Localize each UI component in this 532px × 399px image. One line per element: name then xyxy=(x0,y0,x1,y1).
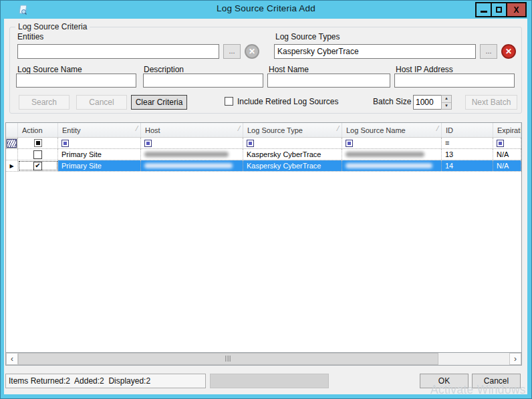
status-summary: Items Returned:2 Added:2 Displayed:2 xyxy=(5,374,206,388)
spin-down-icon[interactable]: ▼ xyxy=(442,103,451,110)
grid-filter-row: = xyxy=(6,138,521,149)
host-name-input[interactable] xyxy=(267,74,390,88)
redacted-host xyxy=(144,163,233,168)
minimize-icon xyxy=(481,11,487,13)
filter-entity-cell[interactable] xyxy=(58,138,141,148)
grid-corner-header xyxy=(6,123,18,137)
column-header-expiration[interactable]: Expiration xyxy=(493,123,521,137)
cancel-search-button[interactable]: Cancel xyxy=(76,95,127,110)
table-row-selected[interactable]: ▶ ✔ Primary Site Kaspersky CyberTrace 14… xyxy=(6,160,521,172)
minimize-button[interactable] xyxy=(475,2,492,17)
spin-up-icon[interactable]: ▲ xyxy=(442,96,451,103)
include-retired-checkbox[interactable] xyxy=(225,97,233,106)
log-source-types-browse-button[interactable]: ... xyxy=(480,44,497,59)
group-label: Log Source Criteria xyxy=(15,22,90,31)
clear-criteria-button[interactable]: Clear Criteria xyxy=(131,95,187,110)
filter-icon[interactable] xyxy=(61,140,69,147)
row-header-cell[interactable] xyxy=(6,149,18,160)
next-batch-button[interactable]: Next Batch xyxy=(465,95,517,110)
log-source-types-label: Log Source Types xyxy=(275,32,340,41)
filter-icon[interactable] xyxy=(346,140,353,147)
description-input[interactable] xyxy=(143,74,263,88)
column-header-log-source-type[interactable]: Log Source Type⁄ xyxy=(243,123,342,137)
sort-icon: ⁄ xyxy=(437,125,438,132)
entities-input[interactable] xyxy=(17,44,219,59)
row-id-cell[interactable]: 13 xyxy=(442,149,493,160)
row-expiration-cell[interactable]: N/A xyxy=(493,160,521,171)
search-button[interactable]: Search xyxy=(19,95,70,110)
scroll-left-icon[interactable]: ‹ xyxy=(6,353,18,365)
filter-id-cell[interactable]: = xyxy=(442,138,493,148)
filter-log-source-name-cell[interactable] xyxy=(342,138,442,148)
filter-action-cell[interactable] xyxy=(18,138,58,148)
maximize-icon xyxy=(496,7,502,13)
row-expiration-cell[interactable]: N/A xyxy=(493,149,521,160)
dialog-window: Log Source Criteria Add X Log Source Cri… xyxy=(0,0,532,399)
close-button[interactable]: X xyxy=(506,2,527,17)
entities-browse-button[interactable]: ... xyxy=(223,44,241,59)
row-checkbox-checked[interactable]: ✔ xyxy=(33,162,42,170)
activate-windows-watermark: Activate Windows xyxy=(430,383,526,397)
column-header-id[interactable]: ID xyxy=(442,123,493,137)
current-row-icon: ▶ xyxy=(9,163,13,169)
equals-operator: = xyxy=(445,139,449,147)
row-entity-cell[interactable]: Primary Site xyxy=(58,160,141,171)
scrollbar-track[interactable] xyxy=(438,353,509,365)
log-source-name-input[interactable] xyxy=(16,74,136,88)
host-ip-label: Host IP Address xyxy=(396,65,453,74)
row-entity-cell[interactable]: Primary Site xyxy=(58,149,141,160)
column-header-entity[interactable]: Entity⁄ xyxy=(58,123,141,137)
titlebar[interactable]: Log Source Criteria Add X xyxy=(0,0,532,19)
column-header-log-source-name[interactable]: Log Source Name⁄ xyxy=(342,123,442,137)
entities-label: Entities xyxy=(17,32,43,41)
log-source-types-clear-icon[interactable]: ✕ xyxy=(501,44,516,59)
log-source-types-input[interactable] xyxy=(274,44,476,59)
filter-edit-icon xyxy=(7,139,17,148)
sort-icon: ⁄ xyxy=(338,125,339,132)
batch-size-input[interactable] xyxy=(413,95,441,110)
row-log-source-type-cell[interactable]: Kaspersky CyberTrace xyxy=(243,160,342,171)
row-host-cell[interactable] xyxy=(141,149,243,160)
filter-corner-cell[interactable] xyxy=(6,138,18,148)
filter-expiration-cell[interactable] xyxy=(493,138,521,148)
scrollbar-thumb[interactable]: III xyxy=(18,353,438,365)
row-checkbox[interactable] xyxy=(33,150,42,159)
description-label: Description xyxy=(144,65,184,74)
row-log-source-type-cell[interactable]: Kaspersky CyberTrace xyxy=(243,149,342,160)
filter-host-cell[interactable] xyxy=(141,138,243,148)
dialog-client: Log Source Criteria Entities ... ✕ Log S… xyxy=(4,19,527,394)
maximize-button[interactable] xyxy=(491,2,507,17)
row-header-cell[interactable]: ▶ xyxy=(6,160,18,171)
batch-size-label: Batch Size xyxy=(373,97,411,106)
scrollbar-grip-icon: III xyxy=(225,354,232,364)
row-log-source-name-cell[interactable] xyxy=(342,160,442,171)
scroll-right-icon[interactable]: › xyxy=(509,353,521,365)
host-ip-input[interactable] xyxy=(394,74,515,88)
column-header-action[interactable]: Action xyxy=(18,123,58,137)
redacted-log-source-name xyxy=(346,163,432,168)
row-host-cell[interactable] xyxy=(141,160,243,171)
host-name-label: Host Name xyxy=(269,65,309,74)
column-header-host[interactable]: Host⁄ xyxy=(141,123,243,137)
row-action-cell[interactable] xyxy=(18,149,58,160)
row-action-cell[interactable]: ✔ xyxy=(18,160,58,171)
log-source-grid: Action Entity⁄ Host⁄ Log Source Type⁄ Lo… xyxy=(5,122,522,366)
grid-header-row: Action Entity⁄ Host⁄ Log Source Type⁄ Lo… xyxy=(6,123,521,138)
grid-empty-area xyxy=(6,172,521,352)
sort-icon: ⁄ xyxy=(239,125,240,132)
select-all-checkbox[interactable] xyxy=(34,139,42,147)
redacted-log-source-name xyxy=(346,152,424,157)
filter-log-source-type-cell[interactable] xyxy=(243,138,342,148)
filter-icon[interactable] xyxy=(247,140,254,147)
progress-bar xyxy=(210,374,329,388)
log-source-name-label: Log Source Name xyxy=(17,65,82,74)
window-controls: X xyxy=(477,2,527,17)
filter-icon[interactable] xyxy=(144,140,152,147)
table-row[interactable]: Primary Site Kaspersky CyberTrace 13 N/A xyxy=(6,149,521,160)
entities-clear-icon[interactable]: ✕ xyxy=(245,44,259,59)
horizontal-scrollbar[interactable]: ‹ III › xyxy=(6,352,521,365)
row-id-cell[interactable]: 14 xyxy=(442,160,493,171)
row-log-source-name-cell[interactable] xyxy=(342,149,442,160)
filter-icon[interactable] xyxy=(497,140,504,147)
include-retired-label: Include Retired Log Sources xyxy=(237,97,338,106)
